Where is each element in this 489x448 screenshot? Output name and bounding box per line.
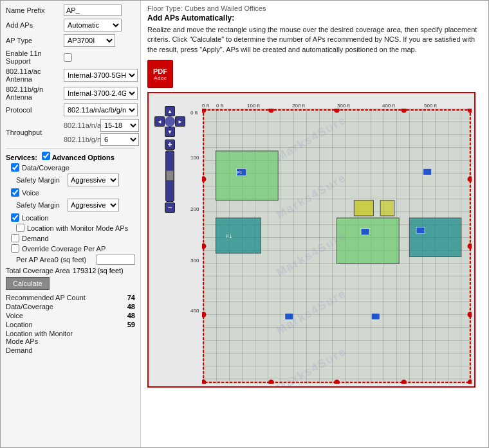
zoom-controls: + − [165,139,175,213]
ap-marker-5 [371,313,380,319]
advanced-options-checkbox[interactable] [42,152,50,160]
data-coverage-label: Data/Coverage [22,164,69,172]
dot-t2 [334,109,340,113]
ruler-vertical: 0 ft 100 200 300 400 [190,109,202,384]
room-yellow-2 [380,201,394,216]
pdf-label: PDF [153,67,167,75]
nav-up-button[interactable]: ▲ [165,106,175,116]
nav-down-button[interactable]: ▼ [165,127,175,137]
total-coverage-value: 179312 [73,267,97,274]
dot-t3 [401,109,407,113]
floor-plan: 0 ft 0 ft 100 ft 200 ft 300 ft 400 ft 50… [190,100,472,384]
dot-l1 [202,177,206,183]
location-checkbox[interactable] [11,213,19,222]
room-teal-right [409,218,461,256]
left-panel: Name Prefix Add APs Automatic Manual AP … [1,1,141,447]
zoom-handle [166,170,174,181]
ap-type-row: AP Type AP3700I AP3700E [6,34,135,47]
protocol-label: Protocol [6,106,64,114]
room-yellow-1 [354,201,373,216]
ap-type-select[interactable]: AP3700I AP3700E [64,34,115,47]
right-panel: Floor Type: Cubes and Wailed Offices Add… [141,1,488,447]
throughput-11anac-label: 802.11a/n/ac [64,121,99,129]
zoom-minus-button[interactable]: − [165,202,175,213]
calculate-button[interactable]: Calculate [6,277,50,290]
ap-marker-2 [361,229,369,235]
voice-count-label: Voice [6,312,116,319]
safety-margin-1-label: Safety Margin [16,176,68,184]
override-coverage-label: Override Coverage Per AP [22,245,106,253]
location-row: Location [6,213,135,222]
protocol-select[interactable]: 802.11a/n/ac/b/g/n 802.11a/n/ac [64,103,138,116]
ap-marker-3 [416,228,425,234]
location-monitor-row: Location with Monitor Mode APs [6,330,135,345]
safety-margin-1-select[interactable]: Aggressive Moderate [68,174,119,186]
per-ap-area-input[interactable] [97,255,135,265]
location-label: Location [22,214,49,222]
room-green-center [337,218,400,264]
enable-11n-checkbox[interactable] [64,53,72,62]
data-coverage-count-row: Data/Coverage 48 [6,303,135,310]
map-container[interactable]: Marks4Sure Marks4Sure Marks4Sure Marks4S… [147,92,475,388]
safety-margin-1-row: Safety Margin Aggressive Moderate [6,174,135,186]
nav-left-button[interactable]: ◄ [154,116,165,127]
recommended-ap-row: Recommended AP Count 74 [6,294,135,301]
ap-marker-1 [423,168,432,175]
instructions-text: Realize and move the rectangle using the… [147,25,482,55]
dot-r2 [468,244,472,249]
services-label: Services: Advanced Options [6,154,115,161]
name-prefix-input[interactable] [64,4,122,16]
demand-row: Demand [6,234,135,242]
dot-l3 [202,312,206,318]
location-with-monitor-checkbox[interactable] [16,224,24,232]
dot-br [468,380,472,384]
add-aps-select[interactable]: Automatic Manual [64,19,122,31]
antenna-a-select[interactable]: Internal-3700-5GHz External [64,69,138,82]
data-coverage-count-label: Data/Coverage [6,303,116,310]
location-count-label: Location [6,321,116,328]
voice-checkbox[interactable] [11,188,19,197]
add-aps-row: Add APs Automatic Manual [6,19,135,31]
pdf-icon[interactable]: PDF Adoc [147,60,173,88]
safety-margin-2-row: Safety Margin Aggressive Moderate [6,199,135,211]
antenna-bg-row: 802.11b/g/n Antenna Internal-3700-2.4GHz… [6,85,135,101]
enable-11n-label: Enable 11n Support [6,49,64,65]
location-with-monitor-row: Location with Monitor Mode APs [6,224,135,232]
demand-checkbox[interactable] [11,234,19,242]
throughput-row: Throughput 802.11a/n/ac 15-18 20-25 802.… [6,119,135,146]
location-with-monitor-label: Location with Monitor Mode APs [27,224,128,232]
services-section: Services: Advanced Options [6,152,135,161]
protocol-row: Protocol 802.11a/n/ac/b/g/n 802.11a/n/ac [6,103,135,116]
nav-controls: ▲ ▼ ◄ ► + − [154,106,186,213]
nav-right-button[interactable]: ► [175,116,185,127]
name-prefix-row: Name Prefix [6,4,135,16]
recommended-ap-label: Recommended AP Count [6,294,116,301]
ap-type-label: AP Type [6,37,64,44]
total-coverage-label: Total Coverage Area [6,267,70,274]
name-prefix-label: Name Prefix [6,6,64,14]
zoom-slider[interactable] [165,150,174,202]
nav-center[interactable] [165,116,175,127]
throughput-11bgn-select[interactable]: 6 12 [100,133,139,146]
data-coverage-row: Data/Coverage [6,163,135,172]
dot-tl [202,109,206,113]
voice-row: Voice [6,188,135,197]
dot-bl [202,380,206,384]
zoom-plus-button[interactable]: + [165,139,175,150]
room-teal-center [216,218,261,253]
safety-margin-2-select[interactable]: Aggressive Moderate [68,199,119,211]
dot-tr [468,109,472,113]
nav-diamond: ▲ ▼ ◄ ► [154,106,185,137]
data-coverage-checkbox[interactable] [11,163,19,172]
antenna-bg-select[interactable]: Internal-3700-2.4GHz External [64,87,138,100]
throughput-11anac-select[interactable]: 15-18 20-25 [100,119,139,132]
add-aps-title: Add APs Automatically: [147,13,482,22]
throughput-11bgn-label: 802.11b/g/n [64,136,99,143]
dot-b3 [401,380,407,384]
override-coverage-checkbox[interactable] [11,244,19,253]
floor-plan-svg: F1 F1 [202,109,472,384]
svg-text:F1: F1 [226,233,232,239]
dot-b2 [334,380,340,384]
location-count-value: 59 [116,321,135,328]
throughput-controls: 802.11a/n/ac 15-18 20-25 802.11b/g/n 6 1… [64,119,139,146]
